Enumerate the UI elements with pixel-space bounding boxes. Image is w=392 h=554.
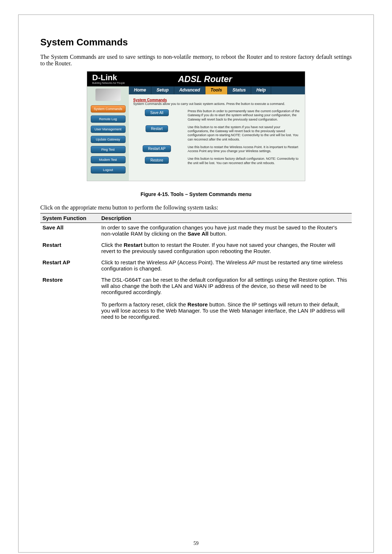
router-sidebar: System CommandsRemote LogUser Management… <box>87 86 129 181</box>
router-title: ADSL Router <box>125 74 300 84</box>
command-row: RestartUse this button to re-start the s… <box>133 125 301 142</box>
table-header-description: Description <box>99 213 352 223</box>
table-row: RestartClick the Restart button to resta… <box>40 240 352 258</box>
tab-status[interactable]: Status <box>228 86 252 94</box>
router-header: D-Link Building Networks for People ADSL… <box>87 72 305 86</box>
page-number: 59 <box>19 541 373 546</box>
tab-tools[interactable]: Tools <box>205 86 228 94</box>
dlink-logo: D-Link Building Networks for People <box>92 74 125 84</box>
sidebar-item-modem-test[interactable]: Modem Test <box>91 156 126 163</box>
intro-paragraph: The System Commands are used to save set… <box>40 54 352 67</box>
brand-name: D-Link <box>92 74 125 82</box>
brand-tagline: Building Networks for People <box>92 82 125 84</box>
restore-button[interactable]: Restore <box>145 157 168 164</box>
function-name: Restore <box>40 275 99 323</box>
instruction-text: Click on the appropriate menu button to … <box>40 204 352 211</box>
restart-button[interactable]: Restart <box>146 125 168 132</box>
router-screenshot: D-Link Building Networks for People ADSL… <box>87 71 305 181</box>
function-description: Click to restart the Wireless AP (Access… <box>99 258 352 275</box>
save-all-button[interactable]: Save All <box>145 109 169 116</box>
command-row: Save AllPress this button in order to pe… <box>133 109 301 122</box>
page-heading: System Commands <box>40 37 352 48</box>
panel-subtext: System Commands allow you to carry out b… <box>133 102 285 106</box>
router-body: System CommandsRemote LogUser Management… <box>87 86 305 181</box>
router-main: HomeSetupAdvancedToolsStatusHelp System … <box>129 86 305 181</box>
device-image <box>95 89 121 101</box>
function-description: In order to save the configuration chang… <box>99 223 352 241</box>
tab-setup[interactable]: Setup <box>151 86 174 94</box>
command-description: Press this button in order to permanentl… <box>188 109 301 122</box>
sidebar-item-update-gateway[interactable]: Update Gateway <box>91 136 126 143</box>
table-header-function: System Function <box>40 213 99 223</box>
function-description: Click the Restart button to restart the … <box>99 240 352 258</box>
table-row: Restart APClick to restart the Wireless … <box>40 258 352 275</box>
sidebar-item-logout[interactable]: Logout <box>91 166 126 174</box>
table-row: Save AllIn order to save the configurati… <box>40 223 352 241</box>
command-row: RestoreUse this button to restore factor… <box>133 157 301 165</box>
tab-bar: HomeSetupAdvancedToolsStatusHelp <box>129 86 305 94</box>
system-function-table: System Function Description Save AllIn o… <box>40 213 352 323</box>
restart-ap-button[interactable]: Restart AP <box>143 145 171 152</box>
sidebar-item-ping-test[interactable]: Ping Test <box>91 146 126 153</box>
sidebar-item-remote-log[interactable]: Remote Log <box>91 115 126 123</box>
figure-caption: Figure 4-15. Tools – System Commands men… <box>40 191 352 197</box>
tab-advanced[interactable]: Advanced <box>174 86 205 94</box>
function-description: The DSL-G664T can be reset to the defaul… <box>99 275 352 323</box>
sidebar-item-system-commands[interactable]: System Commands <box>91 105 126 113</box>
page-frame: System Commands The System Commands are … <box>18 15 374 553</box>
panel-content: System Commands System Commands allow yo… <box>129 94 305 165</box>
table-row: RestoreThe DSL-G664T can be reset to the… <box>40 275 352 323</box>
function-name: Restart AP <box>40 258 99 275</box>
command-row: Restart APUse this button to restart the… <box>133 145 301 154</box>
function-name: Restart <box>40 240 99 258</box>
tab-help[interactable]: Help <box>251 86 271 94</box>
sidebar-item-user-management[interactable]: User Management <box>91 126 126 133</box>
tab-home[interactable]: Home <box>129 86 151 94</box>
panel-heading: System Commands <box>133 98 167 102</box>
function-name: Save All <box>40 223 99 241</box>
command-description: Use this button to re-start the system.I… <box>188 125 301 142</box>
command-description: Use this button to restart the Wireless … <box>188 145 301 154</box>
command-description: Use this button to restore factory defau… <box>188 157 301 165</box>
